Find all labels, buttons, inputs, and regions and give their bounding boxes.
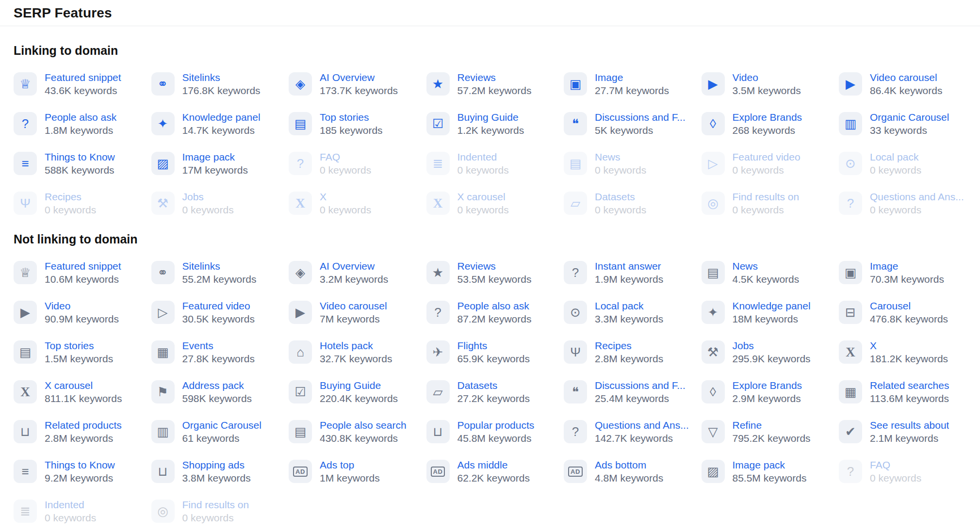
serp-feature-item[interactable]: ◈AI Overview173.7K keywords [289,72,426,96]
serp-feature-item[interactable]: ▣Image27.7M keywords [564,72,702,96]
serp-feature-item[interactable]: ADAds middle62.2K keywords [426,460,564,483]
serp-feature-item[interactable]: ⚒Jobs295.9K keywords [702,340,839,364]
feature-label[interactable]: Instant answer [595,259,663,273]
feature-label[interactable]: Recipes [595,339,663,352]
feature-label[interactable]: X [870,339,948,352]
feature-label[interactable]: Top stories [45,339,113,352]
serp-feature-item[interactable]: ⊔Shopping ads3.8M keywords [151,460,289,483]
feature-label[interactable]: Reviews [457,71,532,84]
serp-feature-item[interactable]: ▤People also search430.8K keywords [289,420,426,443]
serp-feature-item[interactable]: ▷Featured video30.5K keywords [151,301,289,324]
feature-label[interactable]: Buying Guide [320,379,398,392]
feature-label[interactable]: Datasets [457,379,530,392]
serp-feature-item[interactable]: ◈AI Overview3.2M keywords [289,261,426,284]
serp-feature-item[interactable]: ▶Video carousel7M keywords [289,301,426,324]
serp-feature-item[interactable]: ❝Discussions and F...25.4M keywords [564,380,702,403]
serp-feature-item[interactable]: ⚭Sitelinks176.8K keywords [151,72,289,96]
feature-label[interactable]: Featured video [182,299,255,312]
feature-label[interactable]: AI Overview [320,71,398,84]
feature-label[interactable]: Top stories [320,111,383,124]
serp-feature-item[interactable]: ❝Discussions and F...5K keywords [564,112,702,135]
serp-feature-item[interactable]: XX181.2K keywords [839,340,977,364]
feature-label[interactable]: X carousel [45,379,122,392]
feature-label[interactable]: Address pack [182,379,252,392]
feature-label[interactable]: Ads middle [457,458,530,471]
serp-feature-item[interactable]: ▶Video carousel86.4K keywords [839,72,977,96]
feature-label[interactable]: Hotels pack [320,339,392,352]
serp-feature-item[interactable]: ≡Things to Know9.2M keywords [14,460,151,483]
feature-label[interactable]: News [733,259,800,273]
serp-feature-item[interactable]: ♕Featured snippet10.6M keywords [14,261,151,284]
serp-feature-item[interactable]: ▶Video90.9M keywords [14,301,151,324]
feature-label[interactable]: Sitelinks [182,71,261,84]
feature-label[interactable]: See results about [870,419,949,432]
serp-feature-item[interactable]: ⊟Carousel476.8K keywords [839,301,977,324]
feature-label[interactable]: Image [870,259,944,273]
feature-label[interactable]: People also ask [457,299,532,312]
serp-feature-item[interactable]: ▥Organic Carousel61 keywords [151,420,289,443]
feature-label[interactable]: Featured snippet [45,259,121,273]
serp-feature-item[interactable]: ♕Featured snippet43.6K keywords [14,72,151,96]
feature-label[interactable]: People also search [320,419,407,432]
serp-feature-item[interactable]: ✈Flights65.9K keywords [426,340,564,364]
serp-feature-item[interactable]: ?People also ask1.8M keywords [14,112,151,135]
serp-feature-item[interactable]: ✦Knowledge panel14.7K keywords [151,112,289,135]
serp-feature-item[interactable]: ?People also ask87.2M keywords [426,301,564,324]
serp-feature-item[interactable]: ▤Top stories185 keywords [289,112,426,135]
feature-label[interactable]: Video carousel [320,299,387,312]
feature-label[interactable]: Things to Know [45,458,115,471]
serp-feature-item[interactable]: ⚑Address pack598K keywords [151,380,289,403]
feature-label[interactable]: Sitelinks [182,259,257,273]
serp-feature-item[interactable]: ☑Buying Guide220.4K keywords [289,380,426,403]
feature-label[interactable]: Video [733,71,801,84]
serp-feature-item[interactable]: ◊Explore Brands2.9M keywords [702,380,839,403]
serp-feature-item[interactable]: ⊔Popular products45.8M keywords [426,420,564,443]
serp-feature-item[interactable]: ▤Top stories1.5M keywords [14,340,151,364]
serp-feature-item[interactable]: ▨Image pack85.5M keywords [702,460,839,483]
feature-label[interactable]: Events [182,339,255,352]
serp-feature-item[interactable]: ◊Explore Brands268 keywords [702,112,839,135]
serp-feature-item[interactable]: ★Reviews53.5M keywords [426,261,564,284]
serp-feature-item[interactable]: ≡Things to Know588K keywords [14,152,151,175]
feature-label[interactable]: Video carousel [870,71,942,84]
serp-feature-item[interactable]: ★Reviews57.2M keywords [426,72,564,96]
feature-label[interactable]: Shopping ads [182,458,251,471]
feature-label[interactable]: Refine [733,419,811,432]
feature-label[interactable]: Local pack [595,299,663,312]
serp-feature-item[interactable]: ADAds top1M keywords [289,460,426,483]
feature-label[interactable]: Jobs [733,339,811,352]
feature-label[interactable]: Discussions and F... [595,111,686,124]
serp-feature-item[interactable]: ⊔Related products2.8M keywords [14,420,151,443]
feature-label[interactable]: Image pack [182,150,248,163]
serp-feature-item[interactable]: ▥Organic Carousel33 keywords [839,112,977,135]
feature-label[interactable]: Ads bottom [595,458,663,471]
serp-feature-item[interactable]: ▦Related searches113.6M keywords [839,380,977,403]
feature-label[interactable]: Reviews [457,259,532,273]
serp-feature-item[interactable]: ☑Buying Guide1.2K keywords [426,112,564,135]
serp-feature-item[interactable]: ▦Events27.8K keywords [151,340,289,364]
serp-feature-item[interactable]: ✔See results about2.1M keywords [839,420,977,443]
serp-feature-item[interactable]: ADAds bottom4.8M keywords [564,460,702,483]
feature-label[interactable]: Related searches [870,379,949,392]
feature-label[interactable]: Discussions and F... [595,379,686,392]
feature-label[interactable]: Questions and Ans... [595,419,689,432]
serp-feature-item[interactable]: XX carousel811.1K keywords [14,380,151,403]
serp-feature-item[interactable]: ⌂Hotels pack32.7K keywords [289,340,426,364]
feature-label[interactable]: Organic Carousel [182,419,261,432]
serp-feature-item[interactable]: ⚭Sitelinks55.2M keywords [151,261,289,284]
serp-feature-item[interactable]: ▶Video3.5M keywords [702,72,839,96]
serp-feature-item[interactable]: ?Instant answer1.9M keywords [564,261,702,284]
feature-label[interactable]: Image pack [733,458,807,471]
feature-label[interactable]: Popular products [457,419,535,432]
feature-label[interactable]: Organic Carousel [870,111,949,124]
serp-feature-item[interactable]: ▣Image70.3M keywords [839,261,977,284]
serp-feature-item[interactable]: ⊙Local pack3.3M keywords [564,301,702,324]
serp-feature-item[interactable]: ✦Knowledge panel18M keywords [702,301,839,324]
feature-label[interactable]: AI Overview [320,259,388,273]
feature-label[interactable]: Explore Brands [733,379,802,392]
serp-feature-item[interactable]: ?Questions and Ans...142.7K keywords [564,420,702,443]
feature-label[interactable]: People also ask [45,111,116,124]
feature-label[interactable]: Related products [45,419,122,432]
feature-label[interactable]: Things to Know [45,150,115,163]
feature-label[interactable]: Knowledge panel [733,299,811,312]
